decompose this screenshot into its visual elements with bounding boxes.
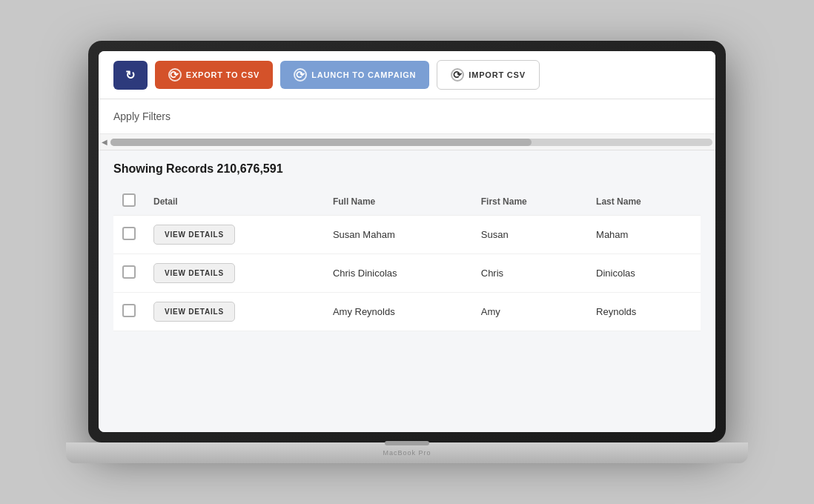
row-checkbox-cell: [113, 254, 145, 293]
firstname-column-header: First Name: [472, 188, 587, 215]
scroll-track[interactable]: [110, 139, 712, 146]
view-details-button-0[interactable]: VIEW DETAILS: [153, 225, 235, 245]
checkbox-header: [113, 188, 145, 215]
row-lastname-0: Maham: [587, 215, 701, 254]
launch-campaign-button[interactable]: ⟳ Launch to Campaign: [280, 61, 429, 89]
export-csv-button[interactable]: ⟳ Export to CSV: [155, 61, 273, 89]
export-icon: ⟳: [168, 68, 182, 82]
data-table: Detail Full Name First Name Last Name VI…: [113, 188, 701, 331]
header-checkbox[interactable]: [122, 193, 136, 207]
refresh-button[interactable]: ↻: [113, 61, 148, 90]
row-firstname-0: Susan: [472, 215, 587, 254]
laptop-base: MacBook Pro: [66, 442, 748, 463]
scroll-thumb: [110, 139, 532, 146]
laptop-model-label: MacBook Pro: [383, 449, 431, 457]
view-details-button-2[interactable]: VIEW DETAILS: [153, 302, 235, 322]
row-firstname-1: Chris: [472, 254, 587, 293]
detail-column-header: Detail: [145, 188, 324, 215]
laptop-wrapper: ↻ ⟳ Export to CSV ⟳ Launch to Campaign ⟳…: [88, 41, 726, 463]
launch-icon: ⟳: [294, 68, 307, 82]
lastname-column-header: Last Name: [587, 188, 701, 215]
row-checkbox-1[interactable]: [122, 265, 136, 279]
row-detail-cell-1: VIEW DETAILS: [145, 254, 324, 293]
table-row: VIEW DETAILS Susan Maham Susan Maham: [113, 215, 701, 254]
laptop-notch: [385, 441, 429, 445]
row-fullname-0: Susan Maham: [324, 215, 472, 254]
launch-label: Launch to Campaign: [311, 70, 416, 79]
table-row: VIEW DETAILS Amy Reynolds Amy Reynolds: [113, 293, 701, 331]
scroll-hint: ◀: [99, 134, 715, 150]
records-count: Showing Records 210,676,591: [113, 162, 701, 176]
import-csv-button[interactable]: ⟳ Import CSV: [437, 60, 539, 90]
row-detail-cell-0: VIEW DETAILS: [145, 215, 324, 254]
import-label: Import CSV: [469, 70, 525, 79]
table-row: VIEW DETAILS Chris Dinicolas Chris Dinic…: [113, 254, 701, 293]
filter-bar: Apply Filters: [99, 99, 715, 134]
import-icon: ⟳: [451, 68, 464, 82]
main-content: Showing Records 210,676,591 Detail Full …: [99, 150, 715, 432]
refresh-icon: ↻: [125, 68, 136, 82]
row-detail-cell-2: VIEW DETAILS: [145, 293, 324, 331]
row-lastname-2: Reynolds: [587, 293, 701, 331]
table-body: VIEW DETAILS Susan Maham Susan Maham VIE…: [113, 215, 701, 331]
table-header: Detail Full Name First Name Last Name: [113, 188, 701, 215]
view-details-button-1[interactable]: VIEW DETAILS: [153, 263, 235, 283]
row-checkbox-cell: [113, 215, 145, 254]
row-checkbox-2[interactable]: [122, 304, 136, 317]
row-checkbox-0[interactable]: [122, 227, 136, 240]
row-fullname-1: Chris Dinicolas: [324, 254, 472, 293]
row-fullname-2: Amy Reynolds: [324, 293, 472, 331]
laptop-body: ↻ ⟳ Export to CSV ⟳ Launch to Campaign ⟳…: [88, 41, 726, 442]
fullname-column-header: Full Name: [324, 188, 472, 215]
apply-filters-label[interactable]: Apply Filters: [113, 110, 171, 122]
scroll-left-arrow: ◀: [102, 138, 107, 146]
row-checkbox-cell: [113, 293, 145, 331]
row-lastname-1: Dinicolas: [587, 254, 701, 293]
row-firstname-2: Amy: [472, 293, 587, 331]
toolbar: ↻ ⟳ Export to CSV ⟳ Launch to Campaign ⟳…: [99, 51, 715, 99]
export-label: Export to CSV: [186, 70, 259, 79]
screen: ↻ ⟳ Export to CSV ⟳ Launch to Campaign ⟳…: [99, 51, 715, 432]
